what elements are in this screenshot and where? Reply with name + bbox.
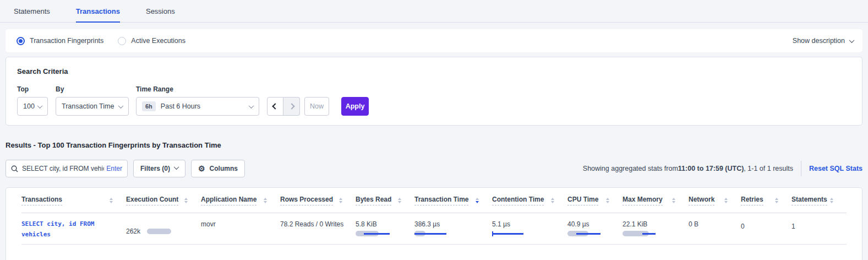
- chevron-left-icon: [272, 103, 278, 109]
- sort-icon[interactable]: [339, 198, 342, 203]
- show-description-label: Show description: [793, 37, 845, 45]
- sort-icon[interactable]: [184, 198, 188, 203]
- transactions-table: Transactions Execution Count Application…: [6, 187, 862, 260]
- cell-max-memory: 22.1 KiB: [623, 213, 689, 244]
- transaction-fingerprint-link[interactable]: SELECT city, id FROM vehicles: [21, 213, 126, 244]
- results-heading: Results - Top 100 Transaction Fingerprin…: [6, 141, 221, 149]
- search-criteria-card: Search Criteria Top 100 By Transaction T…: [6, 57, 862, 126]
- sort-icon[interactable]: [551, 198, 554, 203]
- column-header-retries[interactable]: Retries: [741, 196, 791, 205]
- contention-time-bar: [492, 231, 527, 236]
- cell-network: 0 B: [689, 213, 741, 244]
- top-label: Top: [17, 85, 48, 93]
- tab-transactions[interactable]: Transactions: [76, 0, 120, 22]
- divider: [801, 161, 801, 176]
- radio-transaction-fingerprints[interactable]: Transaction Fingerprints: [17, 37, 103, 45]
- chevron-down-icon: [174, 164, 179, 170]
- cell-bytes-read: 5.8 KiB: [356, 213, 414, 244]
- execution-count-bar: [147, 229, 171, 234]
- results-controls: Enter Filters (0) ⚙ Columns Showing aggr…: [6, 160, 862, 177]
- cell-cpu-time: 40.9 µs: [567, 213, 623, 244]
- chevron-right-icon: [288, 103, 294, 109]
- column-header-rows-processed[interactable]: Rows Processed: [280, 196, 356, 205]
- column-header-transactions[interactable]: Transactions: [21, 196, 126, 205]
- by-label: By: [56, 85, 129, 93]
- sort-icon[interactable]: [672, 198, 675, 203]
- column-header-contention-time[interactable]: Contention Time: [492, 196, 567, 205]
- time-range-value: Past 6 Hours: [161, 102, 200, 110]
- chevron-down-icon: [249, 103, 254, 109]
- search-input[interactable]: [22, 165, 104, 172]
- aggregated-stats-text: Showing aggregated stats from 11:00 to 1…: [583, 165, 793, 172]
- sort-icon[interactable]: [606, 198, 609, 203]
- sort-icon[interactable]: [830, 198, 833, 203]
- sort-icon[interactable]: [775, 198, 778, 203]
- cell-statements: 1: [791, 213, 847, 244]
- radio-label: Active Executions: [131, 37, 185, 45]
- columns-label: Columns: [210, 165, 238, 172]
- show-description-toggle[interactable]: Show description: [793, 37, 854, 45]
- view-toggle-bar: Transaction Fingerprints Active Executio…: [6, 29, 862, 52]
- sort-icon[interactable]: [724, 198, 728, 203]
- cell-application-name: movr: [201, 213, 280, 244]
- filters-label: Filters (0): [140, 165, 170, 172]
- radio-active-executions[interactable]: Active Executions: [118, 37, 185, 45]
- column-header-max-memory[interactable]: Max Memory: [623, 196, 689, 205]
- top-select-value: 100: [23, 102, 35, 110]
- gear-icon: ⚙: [198, 165, 205, 172]
- cell-rows-processed: 78.2 Reads / 0 Writes: [280, 213, 356, 244]
- column-header-statements[interactable]: Statements: [791, 196, 847, 205]
- apply-button[interactable]: Apply: [341, 97, 369, 116]
- search-icon: [11, 165, 18, 172]
- search-enter-button[interactable]: Enter: [106, 165, 122, 172]
- sort-icon[interactable]: [110, 198, 113, 203]
- time-range-badge: 6h: [142, 101, 156, 111]
- chevron-down-icon: [37, 103, 43, 109]
- time-range-label: Time Range: [136, 85, 259, 93]
- column-header-execution-count[interactable]: Execution Count: [126, 196, 201, 205]
- time-range-next-button[interactable]: [283, 97, 300, 116]
- time-range-prev-button[interactable]: [267, 97, 283, 116]
- top-select[interactable]: 100: [17, 97, 48, 116]
- radio-selected-icon: [17, 37, 25, 45]
- column-header-bytes-read[interactable]: Bytes Read: [356, 196, 414, 205]
- reset-sql-stats-link[interactable]: Reset SQL Stats: [809, 165, 862, 172]
- table-row: SELECT city, id FROM vehicles 262k movr …: [21, 213, 847, 245]
- columns-button[interactable]: ⚙ Columns: [191, 160, 245, 177]
- transaction-time-bar: [414, 231, 450, 236]
- now-button[interactable]: Now: [304, 97, 329, 116]
- sort-icon-active-desc[interactable]: [476, 198, 479, 203]
- cell-execution-count: 262k: [126, 213, 201, 244]
- sort-icon[interactable]: [398, 198, 401, 203]
- search-criteria-title: Search Criteria: [17, 67, 851, 75]
- tab-sessions[interactable]: Sessions: [146, 0, 175, 22]
- time-range-select[interactable]: 6h Past 6 Hours: [136, 97, 259, 116]
- cpu-time-bar: [567, 231, 603, 236]
- bytes-read-bar: [356, 231, 391, 236]
- column-header-application-name[interactable]: Application Name: [201, 196, 280, 205]
- cell-transaction-time: 386.3 µs: [414, 213, 492, 244]
- filters-button[interactable]: Filters (0): [133, 160, 185, 177]
- page-tabs: Statements Transactions Sessions: [0, 0, 868, 23]
- sort-icon[interactable]: [264, 198, 267, 203]
- table-header-row: Transactions Execution Count Application…: [21, 188, 847, 213]
- cell-retries: 0: [741, 213, 791, 244]
- max-memory-bar: [623, 231, 658, 236]
- radio-label: Transaction Fingerprints: [30, 37, 103, 45]
- time-range-pager: [267, 97, 300, 116]
- cell-contention-time: 5.1 µs: [492, 213, 567, 244]
- column-header-network[interactable]: Network: [689, 196, 741, 205]
- chevron-down-icon: [849, 37, 855, 43]
- radio-unselected-icon: [118, 37, 126, 45]
- by-select[interactable]: Transaction Time: [56, 97, 129, 116]
- tab-statements[interactable]: Statements: [14, 0, 50, 22]
- query-search-box[interactable]: Enter: [6, 160, 128, 177]
- by-select-value: Transaction Time: [62, 102, 114, 110]
- chevron-down-icon: [118, 103, 124, 109]
- column-header-cpu-time[interactable]: CPU Time: [567, 196, 623, 205]
- column-header-transaction-time[interactable]: Transaction Time: [414, 196, 492, 205]
